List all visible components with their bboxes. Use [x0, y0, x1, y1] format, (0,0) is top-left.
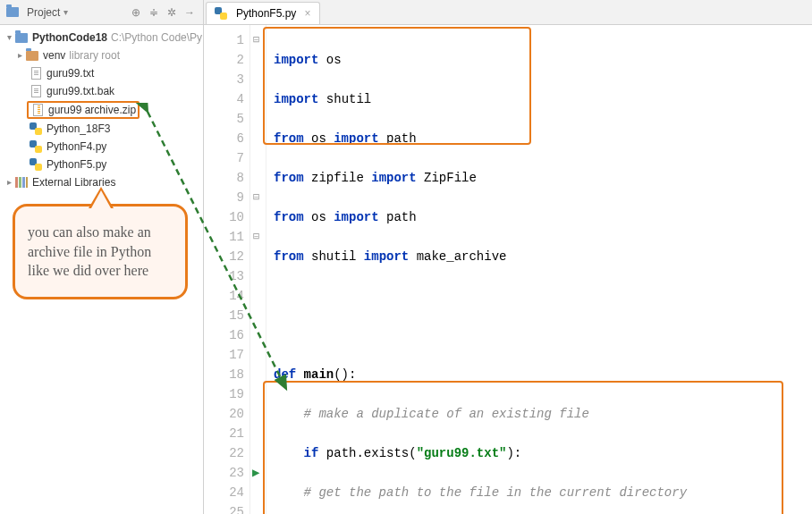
fold-marker[interactable]: ⊟	[253, 227, 262, 236]
python-file-icon	[29, 157, 43, 172]
line-number: 14	[204, 286, 244, 306]
fold-marker[interactable]: ⊟	[253, 188, 262, 197]
line-gutter: 1234567891011121314151617181920212223242…	[204, 25, 250, 514]
tree-label: Python_18F3	[47, 120, 110, 138]
line-number: 11	[204, 227, 244, 247]
tree-item-f5[interactable]: PythonF5.py	[0, 156, 203, 173]
line-number: 19	[204, 384, 244, 404]
code-text: shutil	[304, 249, 364, 264]
library-icon	[14, 175, 29, 190]
callout-tail	[89, 187, 114, 208]
collapse-icon[interactable]: ≑	[146, 4, 162, 21]
code-area[interactable]: import os import shutil from os import p…	[266, 25, 812, 514]
sidebar-header: Project ▾ ⊕ ≑ ✲ →	[0, 0, 203, 25]
tree-label: venv	[43, 46, 65, 64]
code-text: path.exists(	[318, 446, 416, 460]
line-number: 6	[204, 129, 244, 148]
project-path: C:\Python Code\Py	[111, 29, 202, 46]
code-text: os	[304, 131, 334, 146]
code-text: ():	[334, 367, 356, 382]
code-text: ):	[506, 446, 521, 460]
dropdown-icon[interactable]: ▾	[63, 7, 68, 17]
line-number: 13	[204, 266, 244, 286]
project-icon	[5, 5, 20, 20]
keyword: import	[274, 53, 318, 67]
line-number: 23	[204, 463, 244, 483]
callout-text: you can also make an archive file in Pyt…	[28, 224, 151, 278]
editor-pane: PythonF5.py × 12345678910111213141516171…	[204, 0, 812, 514]
line-number: 25	[204, 502, 244, 514]
close-icon[interactable]: ×	[304, 7, 310, 20]
python-file-icon	[214, 6, 228, 21]
fold-gutter: ⊟ ⊟ ⊟ ▶	[250, 25, 266, 514]
folder-icon	[25, 48, 39, 63]
text-file-icon	[29, 84, 43, 98]
line-number: 5	[204, 109, 244, 129]
code-text: path	[379, 210, 417, 224]
keyword: import	[334, 210, 378, 224]
tree-item-f4[interactable]: PythonF4.py	[0, 138, 203, 156]
code-text: os	[318, 53, 341, 67]
line-number: 16	[204, 325, 244, 345]
code-text: make_archive	[409, 249, 506, 264]
sidebar-title: Project	[27, 6, 60, 19]
tree-label: guru99.txt	[47, 64, 94, 82]
annotation-box-imports	[263, 27, 531, 145]
fold-marker[interactable]: ⊟	[253, 30, 262, 39]
keyword: import	[274, 92, 318, 106]
python-file-icon	[29, 139, 43, 154]
code-text: shutil	[318, 92, 371, 106]
editor-body[interactable]: 1234567891011121314151617181920212223242…	[204, 25, 812, 514]
project-root[interactable]: ▾ PythonCode18 C:\Python Code\Py	[0, 29, 203, 46]
string: "guru99.txt"	[417, 446, 507, 460]
tree-label: guru99 archive.zip	[48, 101, 136, 119]
keyword: def	[274, 367, 304, 382]
code-text: path	[379, 131, 417, 146]
line-number: 8	[204, 168, 244, 188]
project-tree: ▾ PythonCode18 C:\Python Code\Py ▸ venv …	[0, 25, 203, 195]
comment: # make a duplicate of an existing file	[274, 407, 589, 421]
line-number: 20	[204, 404, 244, 424]
text-file-icon	[29, 66, 43, 80]
line-number: 22	[204, 443, 244, 463]
line-number: 2	[204, 50, 244, 70]
python-file-icon	[29, 122, 43, 136]
tree-item-guru99txt[interactable]: guru99.txt	[0, 64, 203, 82]
project-name: PythonCode18	[32, 29, 107, 46]
editor-tabs: PythonF5.py ×	[204, 0, 812, 25]
code-text: ZipFile	[417, 171, 477, 185]
keyword: from	[274, 171, 304, 185]
function-name: main	[304, 367, 334, 382]
line-number: 12	[204, 247, 244, 266]
settings-icon[interactable]: ✲	[164, 4, 180, 21]
chevron-right-icon[interactable]: ▸	[4, 173, 14, 191]
chevron-right-icon[interactable]: ▸	[14, 46, 25, 64]
line-number: 21	[204, 424, 244, 443]
zip-file-icon	[30, 103, 45, 117]
tree-item-archive-highlighted[interactable]: guru99 archive.zip	[27, 101, 140, 119]
run-marker[interactable]: ▶	[252, 463, 261, 472]
keyword: import	[334, 131, 378, 146]
line-number: 10	[204, 207, 244, 227]
tree-label: guru99.txt.bak	[47, 82, 114, 100]
tree-suffix: library root	[69, 46, 120, 64]
hide-icon[interactable]: →	[182, 4, 198, 21]
line-number: 24	[204, 483, 244, 502]
chevron-down-icon[interactable]: ▾	[4, 29, 14, 46]
line-number: 17	[204, 345, 244, 365]
tab-pythonf5[interactable]: PythonF5.py ×	[206, 2, 320, 24]
line-number: 18	[204, 365, 244, 384]
code-text: os	[304, 210, 334, 224]
tree-item-guru99bak[interactable]: guru99.txt.bak	[0, 82, 203, 100]
line-number: 1	[204, 30, 244, 50]
keyword: from	[274, 249, 304, 264]
tab-label: PythonF5.py	[236, 7, 296, 20]
line-number: 15	[204, 306, 244, 325]
locate-icon[interactable]: ⊕	[128, 4, 144, 21]
tree-label: PythonF5.py	[47, 156, 106, 173]
tree-item-18f3[interactable]: Python_18F3	[0, 120, 203, 138]
folder-icon	[14, 30, 29, 45]
keyword: from	[274, 210, 304, 224]
line-number: 9	[204, 188, 244, 207]
tree-item-venv[interactable]: ▸ venv library root	[0, 46, 203, 64]
